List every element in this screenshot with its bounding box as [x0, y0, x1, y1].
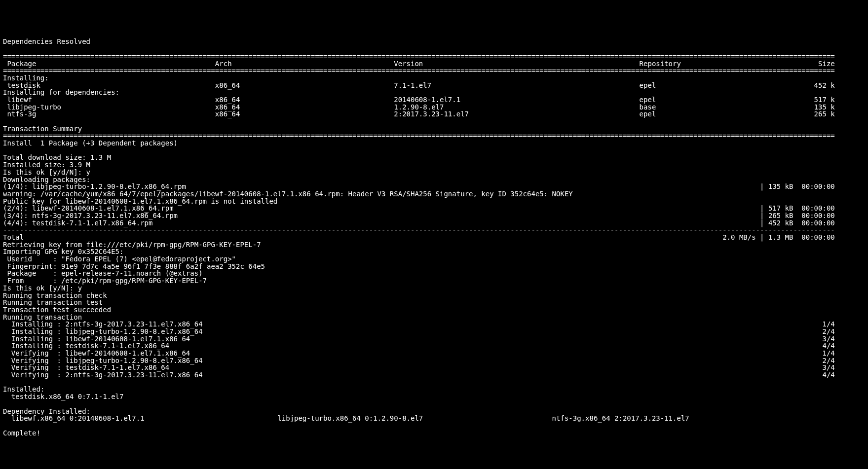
terminal-output: Dependencies Resolved ==================…: [0, 36, 868, 438]
